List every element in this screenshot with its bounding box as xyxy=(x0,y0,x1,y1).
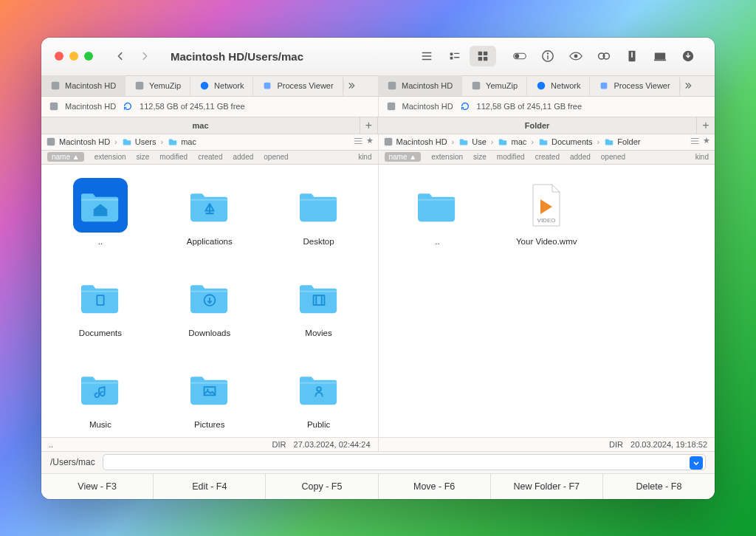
view-mode-icon[interactable] xyxy=(690,136,700,148)
folder-item[interactable]: Public xyxy=(269,357,369,433)
item-label: Downloads xyxy=(188,329,230,337)
path-input[interactable] xyxy=(103,454,706,470)
drive-tab[interactable]: Process Viewer xyxy=(590,75,679,96)
close-button[interactable] xyxy=(55,52,63,61)
drive-tab[interactable]: Process Viewer xyxy=(253,75,343,96)
folder-item[interactable]: Documents xyxy=(50,265,151,342)
breadcrumb-item[interactable]: mac› xyxy=(498,137,535,147)
forward-button[interactable] xyxy=(134,46,156,66)
refresh-icon[interactable] xyxy=(459,100,471,112)
path-history-icon[interactable] xyxy=(690,456,703,470)
refresh-icon[interactable] xyxy=(122,100,134,112)
fkey-button[interactable]: New Folder - F7 xyxy=(491,474,603,499)
folder-item[interactable]: Music xyxy=(50,357,151,433)
breadcrumb-item[interactable]: Use› xyxy=(458,137,495,147)
fkey-button[interactable]: Copy - F5 xyxy=(266,474,378,499)
zoom-button[interactable] xyxy=(84,52,93,61)
column-name[interactable]: name ▲ xyxy=(47,152,84,162)
item-label: Pictures xyxy=(194,420,225,429)
add-tab-left[interactable]: + xyxy=(360,117,378,134)
back-button[interactable] xyxy=(109,46,131,66)
svg-rect-16 xyxy=(654,60,666,61)
svg-point-7 xyxy=(515,54,519,58)
folder-item[interactable]: Pictures xyxy=(159,357,260,433)
svg-rect-28 xyxy=(47,138,55,146)
folder-icon xyxy=(182,269,237,324)
svg-rect-5 xyxy=(484,57,487,61)
item-label: Movies xyxy=(305,329,331,337)
file-item[interactable]: VIDEOYour Video.wmv xyxy=(496,173,597,250)
item-label: .. xyxy=(98,237,103,246)
breadcrumb-item[interactable]: Users› xyxy=(122,137,165,147)
panel-right: ..VIDEOYour Video.wmv xyxy=(379,165,715,437)
drive-tabs: Macintosh HDYemuZipNetworkProcess Viewer… xyxy=(41,76,715,97)
more-drives-icon[interactable] xyxy=(680,80,699,91)
drive-tab[interactable]: Macintosh HD xyxy=(41,75,126,96)
folder-item[interactable]: .. xyxy=(388,173,488,250)
column-kind[interactable]: kind xyxy=(695,153,709,161)
folder-item[interactable]: Downloads xyxy=(159,265,260,342)
folder-icon xyxy=(182,178,237,233)
drive-tab[interactable]: YemuZip xyxy=(126,75,190,96)
favorite-icon[interactable]: ★ xyxy=(366,136,374,148)
folder-item[interactable]: .. xyxy=(50,173,151,250)
volume-name-right: Macintosh HD xyxy=(402,102,453,111)
tab-left[interactable]: mac xyxy=(41,117,360,134)
fkey-button[interactable]: Delete - F8 xyxy=(603,474,715,499)
icon-view-button[interactable] xyxy=(470,46,496,66)
breadcrumb-item[interactable]: Macintosh HD› xyxy=(46,137,119,147)
column-kind[interactable]: kind xyxy=(358,153,371,161)
fkey-button[interactable]: Edit - F4 xyxy=(154,474,266,499)
column-modified[interactable]: modified xyxy=(497,153,525,161)
column-added[interactable]: added xyxy=(233,153,253,161)
minimize-button[interactable] xyxy=(69,52,78,61)
status-dir-left: DIR xyxy=(272,440,286,449)
folder-item[interactable]: Movies xyxy=(269,265,369,342)
video-file-icon: VIDEO xyxy=(519,178,574,233)
download-button[interactable] xyxy=(675,46,701,66)
quicklook-button[interactable] xyxy=(563,46,589,66)
search-button[interactable] xyxy=(591,46,617,66)
breadcrumb-item[interactable]: Macintosh HD› xyxy=(383,137,456,147)
list-view-button[interactable] xyxy=(413,46,440,66)
breadcrumb-item[interactable]: Folder xyxy=(604,137,640,147)
folder-item[interactable]: Desktop xyxy=(269,173,369,250)
svg-rect-18 xyxy=(52,82,60,90)
archive-button[interactable] xyxy=(619,46,645,66)
column-size[interactable]: size xyxy=(473,153,487,161)
column-modified[interactable]: modified xyxy=(159,153,188,161)
column-extension[interactable]: extension xyxy=(431,153,463,161)
toggle-hidden-button[interactable] xyxy=(506,46,533,66)
fkey-button[interactable]: View - F3 xyxy=(41,474,154,499)
tab-right[interactable]: Folder xyxy=(378,117,697,134)
drive-tab[interactable]: YemuZip xyxy=(462,75,527,96)
column-created[interactable]: created xyxy=(535,153,560,161)
svg-rect-25 xyxy=(601,83,608,89)
column-view-button[interactable] xyxy=(441,46,468,66)
column-created[interactable]: created xyxy=(198,153,222,161)
folder-icon xyxy=(73,269,128,324)
folder-item[interactable]: Applications xyxy=(159,173,260,250)
column-opened[interactable]: opened xyxy=(264,153,288,161)
item-label: Documents xyxy=(79,329,122,337)
column-size[interactable]: size xyxy=(137,153,150,161)
view-mode-icon[interactable] xyxy=(353,136,363,148)
column-extension[interactable]: extension xyxy=(94,153,126,161)
drive-tab[interactable]: Macintosh HD xyxy=(378,75,462,96)
breadcrumb-item[interactable]: mac xyxy=(168,137,196,147)
more-drives-icon[interactable] xyxy=(343,80,362,91)
item-label: .. xyxy=(435,237,439,246)
column-name[interactable]: name ▲ xyxy=(385,152,422,162)
column-opened[interactable]: opened xyxy=(601,153,625,161)
drive-tab[interactable]: Network xyxy=(527,75,590,96)
drive-tab[interactable]: Network xyxy=(190,75,253,96)
add-tab-right[interactable]: + xyxy=(697,117,715,134)
folder-icon xyxy=(292,178,346,233)
info-button[interactable] xyxy=(535,46,561,66)
airdrop-button[interactable] xyxy=(647,46,673,66)
svg-rect-27 xyxy=(387,103,395,111)
favorite-icon[interactable]: ★ xyxy=(703,136,710,148)
fkey-button[interactable]: Move - F6 xyxy=(379,474,491,499)
breadcrumb-item[interactable]: Documents› xyxy=(538,137,601,147)
column-added[interactable]: added xyxy=(570,153,591,161)
